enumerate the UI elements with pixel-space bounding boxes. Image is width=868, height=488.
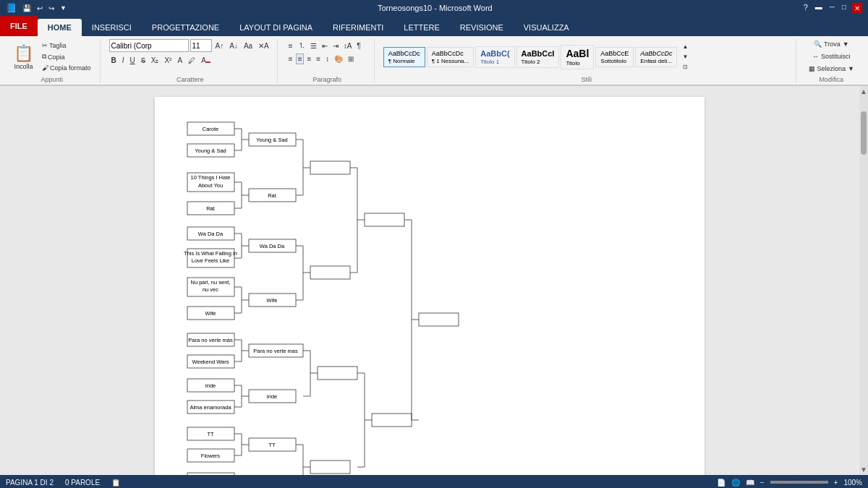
- change-case-btn[interactable]: Aa: [242, 40, 255, 51]
- svg-rect-117: [419, 313, 459, 326]
- help-icon[interactable]: ?: [804, 3, 808, 13]
- align-left-btn[interactable]: ≡: [286, 53, 295, 64]
- document-scroll[interactable]: Carote Young & Sad 10 Things I Hate Abou…: [0, 86, 859, 475]
- status-bar: PAGINA 1 DI 2 0 PAROLE 📋 📄 🌐 📖 − + 100%: [0, 475, 868, 488]
- style-sottotitolo[interactable]: AaBbCcESottotitolo: [595, 47, 634, 67]
- quick-save[interactable]: 💾: [22, 4, 31, 12]
- svg-text:Young & Sad: Young & Sad: [195, 147, 226, 154]
- section-stili: AaBbCcDc¶ Normale AaBbCcDc¶ 1 Nessuna...…: [378, 39, 796, 83]
- style-titolo2[interactable]: AaBbCcITitolo 2: [516, 46, 560, 68]
- svg-text:Para no verte más: Para no verte más: [188, 337, 233, 343]
- font-color-btn[interactable]: A: [175, 55, 184, 66]
- minimize-btn[interactable]: ─: [830, 3, 835, 13]
- style-titolo[interactable]: AaBlTitolo: [561, 45, 594, 69]
- line-spacing-btn[interactable]: ↕: [323, 53, 331, 64]
- taglia-btn[interactable]: ✂ Taglia: [39, 40, 94, 51]
- paste-icon: 📋: [14, 44, 33, 63]
- close-btn[interactable]: ✕: [852, 3, 862, 13]
- numbering-btn[interactable]: ⒈: [296, 39, 307, 52]
- underline-btn[interactable]: U: [128, 55, 137, 66]
- strikethrough-btn[interactable]: S̶: [139, 55, 148, 66]
- sort-btn[interactable]: ↕A: [341, 39, 354, 52]
- svg-text:Alma enamorada: Alma enamorada: [190, 404, 231, 411]
- zoom-out-btn[interactable]: −: [760, 479, 765, 487]
- svg-text:Iride: Iride: [267, 393, 278, 400]
- font-size-input[interactable]: [190, 39, 212, 52]
- highlight-btn[interactable]: 🖊: [186, 55, 197, 66]
- svg-rect-107: [365, 213, 404, 226]
- clear-format-btn[interactable]: ✕A: [256, 40, 271, 51]
- undo-btn[interactable]: ↩: [37, 4, 43, 12]
- trova-btn[interactable]: 🔍 Trova ▼: [810, 39, 853, 49]
- appunti-label: Appunti: [10, 74, 94, 83]
- zoom-in-btn[interactable]: +: [834, 479, 838, 487]
- styles-up-btn[interactable]: ▲: [680, 42, 690, 51]
- font-name-input[interactable]: [109, 39, 189, 52]
- vertical-scrollbar[interactable]: ▲ ▼: [859, 86, 868, 475]
- justify-btn[interactable]: ≡: [314, 53, 323, 64]
- maximize-btn[interactable]: □: [842, 3, 846, 13]
- superscript-btn[interactable]: X²: [162, 55, 174, 66]
- svg-text:Wife: Wife: [267, 297, 278, 304]
- seleziona-btn[interactable]: ▦ Seleziona ▼: [805, 64, 858, 74]
- style-normale[interactable]: AaBbCcDc¶ Normale: [383, 47, 425, 67]
- show-marks-btn[interactable]: ¶: [354, 39, 362, 52]
- tab-home[interactable]: HOME: [38, 19, 82, 36]
- tab-inserisci[interactable]: INSERISCI: [82, 19, 142, 36]
- tab-lettere[interactable]: LETTERE: [393, 19, 450, 36]
- svg-text:Weekend Wars: Weekend Wars: [192, 359, 229, 365]
- shading-btn[interactable]: 🎨: [332, 53, 345, 64]
- ribbon-toggle-icon[interactable]: ▬: [815, 3, 822, 13]
- tournament-bracket: Carote Young & Sad 10 Things I Hate Abou…: [184, 119, 690, 475]
- svg-text:Love Feels Like: Love Feels Like: [192, 257, 230, 264]
- styles-more-btn[interactable]: ⊡: [680, 62, 690, 72]
- tab-revisione[interactable]: REVISIONE: [450, 19, 514, 36]
- scroll-down-btn[interactable]: ▼: [859, 464, 868, 475]
- customize-btn[interactable]: ▼: [60, 4, 67, 12]
- font-grow-btn[interactable]: A↑: [213, 40, 226, 51]
- tab-visualizza[interactable]: VISUALIZZA: [514, 19, 579, 36]
- view-read-btn[interactable]: 📖: [746, 479, 754, 487]
- style-titolo1[interactable]: AaBbC(Titolo 1: [475, 46, 514, 68]
- bullets-btn[interactable]: ≡: [286, 39, 295, 52]
- incolla-btn[interactable]: 📋 Incolla: [10, 42, 37, 72]
- text-color-btn[interactable]: A▬: [199, 55, 213, 66]
- zoom-level: 100%: [843, 479, 862, 487]
- tab-riferimenti[interactable]: RIFERIMENTI: [323, 19, 393, 36]
- scroll-up-btn[interactable]: ▲: [859, 86, 868, 97]
- scroll-thumb[interactable]: [861, 111, 867, 155]
- svg-rect-92: [310, 266, 350, 279]
- svg-text:Rät: Rät: [206, 205, 216, 212]
- align-center-btn[interactable]: ≡: [296, 53, 305, 64]
- svg-text:Young & Sad: Young & Sad: [256, 137, 288, 143]
- font-shrink-btn[interactable]: A↓: [227, 40, 240, 51]
- style-enfasi[interactable]: AaBbCcDcEnfasi deli...: [635, 47, 677, 67]
- svg-text:nu vec: nu vec: [203, 286, 218, 293]
- copia-formato-btn[interactable]: 🖌 Copia formato: [39, 63, 94, 73]
- bold-btn[interactable]: B: [109, 55, 119, 66]
- tab-layout[interactable]: LAYOUT DI PAGINA: [229, 19, 323, 36]
- svg-rect-87: [310, 161, 350, 174]
- zoom-slider[interactable]: [770, 481, 828, 484]
- styles-down-btn[interactable]: ▼: [680, 52, 690, 61]
- multilevel-btn[interactable]: ☰: [308, 39, 319, 52]
- view-web-btn[interactable]: 🌐: [731, 479, 740, 487]
- subscript-btn[interactable]: X₂: [149, 55, 161, 66]
- borders-btn[interactable]: ⊞: [346, 53, 356, 64]
- paragrafo-label: Paragrafo: [286, 74, 368, 83]
- document-area: Carote Young & Sad 10 Things I Hate Abou…: [0, 86, 868, 475]
- increase-indent-btn[interactable]: ⇥: [331, 39, 341, 52]
- tab-progettazione[interactable]: PROGETTAZIONE: [142, 19, 229, 36]
- sostituisci-btn[interactable]: ↔ Sostituisci: [809, 51, 854, 61]
- svg-rect-31: [187, 473, 234, 475]
- tab-file[interactable]: FILE: [0, 16, 38, 36]
- view-print-btn[interactable]: 📄: [717, 479, 726, 487]
- clipboard-btns: ✂ Taglia ⧉ Copia 🖌 Copia formato: [39, 40, 94, 73]
- italic-btn[interactable]: I: [120, 55, 127, 66]
- redo-btn[interactable]: ↪: [48, 4, 54, 12]
- decrease-indent-btn[interactable]: ⇤: [320, 39, 330, 52]
- para-row-1: ≡ ⒈ ☰ ⇤ ⇥ ↕A ¶: [286, 39, 363, 52]
- style-nessuna[interactable]: AaBbCcDc¶ 1 Nessuna...: [427, 47, 474, 67]
- align-right-btn[interactable]: ≡: [305, 53, 313, 64]
- copia-btn[interactable]: ⧉ Copia: [39, 51, 94, 62]
